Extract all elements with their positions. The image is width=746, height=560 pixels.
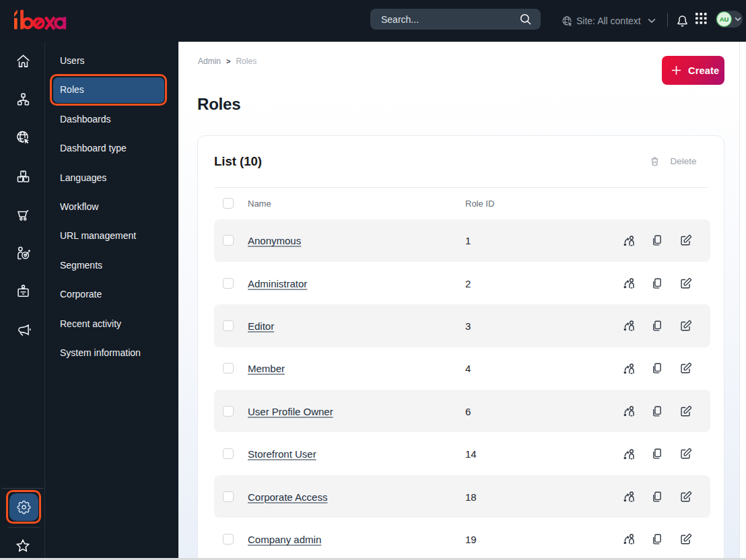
copy-icon[interactable] — [649, 275, 665, 291]
edit-icon[interactable] — [677, 403, 693, 419]
menu-item-users[interactable]: Users — [45, 46, 178, 75]
menu-item-dashboards[interactable]: Dashboards — [45, 104, 178, 133]
role-name-link[interactable]: Member — [248, 363, 285, 374]
corporate-badge-icon[interactable] — [9, 277, 36, 304]
row-checkbox[interactable] — [223, 235, 234, 246]
site-context-label: Site: All context — [576, 15, 641, 26]
role-name-link[interactable]: Corporate Access — [248, 491, 327, 502]
roles-list-card: List (10) Delete Name Role ID Anonymous … — [197, 135, 724, 560]
marketing-megaphone-icon[interactable] — [9, 316, 36, 343]
breadcrumb-admin[interactable]: Admin — [198, 57, 221, 66]
user-menu-chevron-icon — [735, 17, 741, 22]
table-row: Anonymous 1 — [214, 219, 710, 262]
role-name-link[interactable]: Editor — [248, 320, 274, 331]
ibexa-logo[interactable] — [13, 9, 69, 30]
row-checkbox[interactable] — [223, 363, 234, 374]
assign-users-icon[interactable] — [621, 232, 637, 248]
table-row: Administrator 2 — [214, 262, 710, 304]
site-context-selector[interactable]: Site: All context — [561, 0, 656, 42]
menu-item-recent-activity[interactable]: Recent activity — [45, 309, 178, 338]
role-id-value: 14 — [465, 448, 477, 460]
copy-icon[interactable] — [649, 446, 665, 462]
menu-item-workflow[interactable]: Workflow — [45, 192, 178, 221]
table-row: Storefront User 14 — [214, 432, 710, 475]
breadcrumb: Admin > Roles — [198, 57, 257, 66]
role-id-value: 6 — [465, 405, 471, 417]
copy-icon[interactable] — [649, 489, 665, 505]
sidebar-icon-rail — [0, 42, 45, 560]
search-input[interactable] — [370, 9, 519, 30]
table-row: Corporate Access 18 — [214, 475, 710, 518]
topbar: Site: All context AU — [0, 0, 746, 42]
page-title: Roles — [197, 95, 240, 114]
menu-item-url-management[interactable]: URL management — [45, 221, 178, 250]
assign-users-icon[interactable] — [621, 360, 637, 376]
commerce-cart-icon[interactable] — [9, 201, 36, 228]
rail-divider-2 — [8, 527, 40, 528]
assign-users-icon[interactable] — [621, 489, 637, 505]
home-icon[interactable] — [9, 47, 36, 74]
edit-icon[interactable] — [677, 360, 693, 376]
role-name-link[interactable]: Anonymous — [248, 235, 301, 246]
edit-icon[interactable] — [677, 531, 693, 547]
row-checkbox[interactable] — [223, 491, 234, 502]
row-checkbox[interactable] — [223, 406, 234, 417]
table-row: Company admin 19 — [214, 518, 710, 560]
row-checkbox[interactable] — [223, 534, 234, 545]
settings-gear-icon[interactable] — [9, 493, 38, 521]
edit-icon[interactable] — [677, 275, 693, 291]
copy-icon[interactable] — [649, 318, 665, 334]
role-id-value: 3 — [465, 320, 471, 331]
edit-icon[interactable] — [677, 318, 693, 334]
role-name-link[interactable]: User Profile Owner — [248, 405, 333, 417]
role-name-link[interactable]: Company admin — [248, 533, 321, 545]
plus-icon — [671, 65, 681, 75]
role-name-link[interactable]: Administrator — [248, 277, 307, 289]
select-all-checkbox[interactable] — [223, 198, 234, 209]
admin-menu: UsersRolesDashboardsDashboard typeLangua… — [45, 42, 178, 560]
menu-item-roles[interactable]: Roles — [45, 75, 178, 104]
global-search — [370, 9, 541, 30]
row-checkbox[interactable] — [223, 278, 234, 289]
main-content: Admin > Roles Create Roles List (10) Del… — [178, 42, 746, 560]
products-boxes-icon[interactable] — [9, 162, 36, 189]
copy-icon[interactable] — [649, 531, 665, 547]
role-name-link[interactable]: Storefront User — [248, 448, 316, 460]
edit-icon[interactable] — [677, 446, 693, 462]
menu-item-corporate[interactable]: Corporate — [45, 279, 178, 308]
row-checkbox[interactable] — [223, 448, 234, 459]
assign-users-icon[interactable] — [621, 531, 637, 547]
create-button[interactable]: Create — [662, 56, 724, 85]
table-row: Member 4 — [214, 347, 710, 390]
trash-icon — [648, 154, 662, 168]
search-icon[interactable] — [519, 13, 533, 26]
avatar: AU — [716, 11, 732, 27]
delete-button[interactable]: Delete — [648, 154, 707, 168]
menu-item-dashboard-type[interactable]: Dashboard type — [45, 133, 178, 162]
bookmarks-star-icon[interactable] — [9, 532, 36, 559]
menu-item-languages[interactable]: Languages — [45, 163, 178, 192]
edit-icon[interactable] — [677, 489, 693, 505]
menu-item-segments[interactable]: Segments — [45, 250, 178, 279]
assign-users-icon[interactable] — [621, 318, 637, 334]
user-menu[interactable]: AU — [716, 11, 743, 28]
admin-menu-list: UsersRolesDashboardsDashboard typeLangua… — [45, 46, 178, 367]
menu-item-system-information[interactable]: System information — [45, 338, 178, 367]
edit-icon[interactable] — [677, 232, 693, 248]
apps-grid-icon[interactable] — [696, 13, 707, 24]
notifications-bell-icon[interactable] — [675, 12, 690, 29]
topbar-divider — [667, 13, 668, 27]
table-row: User Profile Owner 6 — [214, 390, 710, 432]
copy-icon[interactable] — [649, 403, 665, 419]
copy-icon[interactable] — [649, 232, 665, 248]
sitemap-icon[interactable] — [9, 85, 36, 112]
assign-users-icon[interactable] — [621, 275, 637, 291]
roles-table-body: Anonymous 1 Administrator 2 — [214, 219, 710, 560]
assign-users-icon[interactable] — [621, 446, 637, 462]
row-checkbox[interactable] — [223, 320, 234, 331]
assign-users-icon[interactable] — [621, 403, 637, 419]
site-globe-icon[interactable] — [9, 124, 36, 151]
copy-icon[interactable] — [649, 360, 665, 376]
scrollbar-track[interactable] — [739, 42, 746, 558]
personalization-target-icon[interactable] — [9, 239, 36, 266]
